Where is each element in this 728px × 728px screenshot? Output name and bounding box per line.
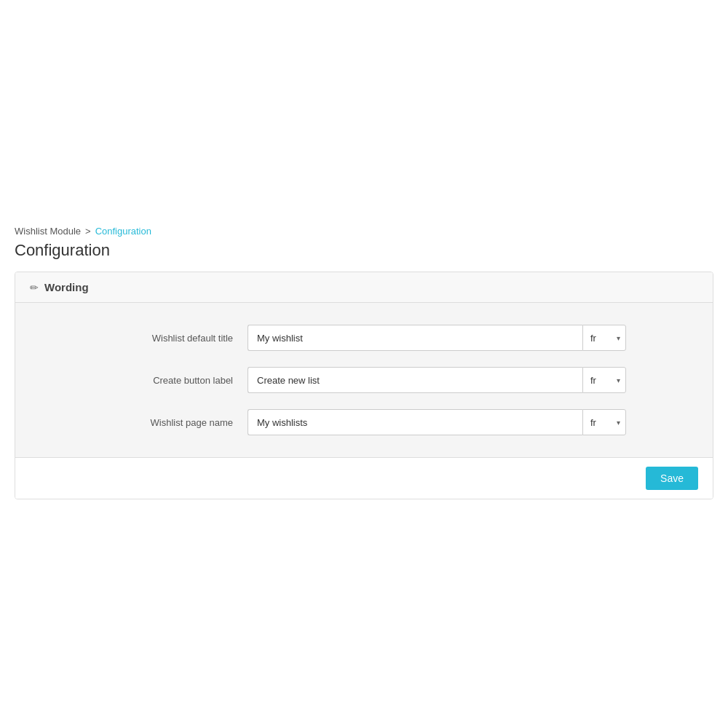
breadcrumb-parent: Wishlist Module: [15, 226, 81, 237]
lang-select-wishlist-title[interactable]: fr en es de: [582, 325, 626, 351]
page-wrapper: Wishlist Module > Configuration Configur…: [0, 0, 728, 728]
label-wishlist-page-name: Wishlist page name: [102, 417, 248, 428]
breadcrumb: Wishlist Module > Configuration: [15, 226, 713, 237]
card-footer: Save: [15, 457, 713, 499]
pencil-icon: ✏: [30, 282, 39, 293]
form-row-wishlist-page: Wishlist page name fr en es de ▾: [30, 409, 698, 435]
input-group-create-button: fr en es de ▾: [248, 367, 626, 393]
form-row-wishlist-title: Wishlist default title fr en es de ▾: [30, 325, 698, 351]
breadcrumb-separator: >: [85, 226, 91, 237]
input-group-wishlist-page: fr en es de ▾: [248, 409, 626, 435]
lang-select-create-button[interactable]: fr en es de: [582, 367, 626, 393]
lang-wrapper-create-button: fr en es de ▾: [582, 367, 626, 393]
breadcrumb-current[interactable]: Configuration: [95, 226, 151, 237]
input-create-button-label[interactable]: [248, 367, 582, 393]
input-wishlist-page-name[interactable]: [248, 409, 582, 435]
label-create-button-label: Create button label: [102, 375, 248, 386]
card-body: Wishlist default title fr en es de ▾: [15, 303, 713, 457]
input-wishlist-default-title[interactable]: [248, 325, 582, 351]
label-wishlist-default-title: Wishlist default title: [102, 333, 248, 344]
save-button[interactable]: Save: [646, 467, 698, 490]
page-title: Configuration: [15, 241, 713, 260]
card-header-title: Wording: [44, 281, 89, 293]
lang-wrapper-wishlist-title: fr en es de ▾: [582, 325, 626, 351]
lang-wrapper-wishlist-page: fr en es de ▾: [582, 409, 626, 435]
top-spacer: [0, 0, 728, 226]
input-group-wishlist-title: fr en es de ▾: [248, 325, 626, 351]
card-header: ✏ Wording: [15, 272, 713, 303]
lang-select-wishlist-page[interactable]: fr en es de: [582, 409, 626, 435]
form-row-create-button: Create button label fr en es de ▾: [30, 367, 698, 393]
content-area: Wishlist Module > Configuration Configur…: [0, 226, 728, 728]
wording-card: ✏ Wording Wishlist default title fr en: [15, 272, 713, 499]
